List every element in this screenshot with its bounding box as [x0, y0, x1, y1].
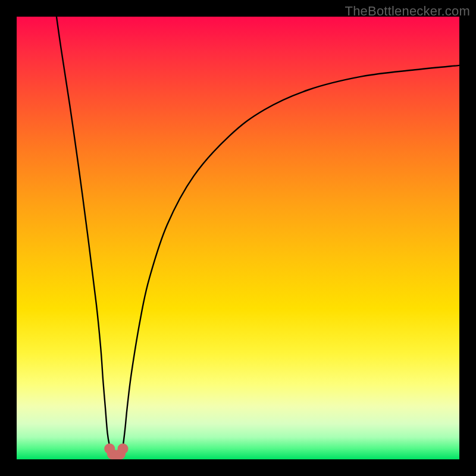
chart-frame: TheBottlenecker.com: [0, 0, 476, 476]
curves-svg: [17, 17, 459, 459]
curve-left-branch: [57, 17, 112, 455]
watermark-text: TheBottlenecker.com: [345, 4, 470, 19]
curve-right-branch: [121, 65, 459, 455]
plot-area: [17, 17, 459, 459]
min-marker-5: [118, 443, 129, 454]
bottleneck-curve: [57, 17, 459, 455]
minimum-markers: [104, 443, 128, 459]
